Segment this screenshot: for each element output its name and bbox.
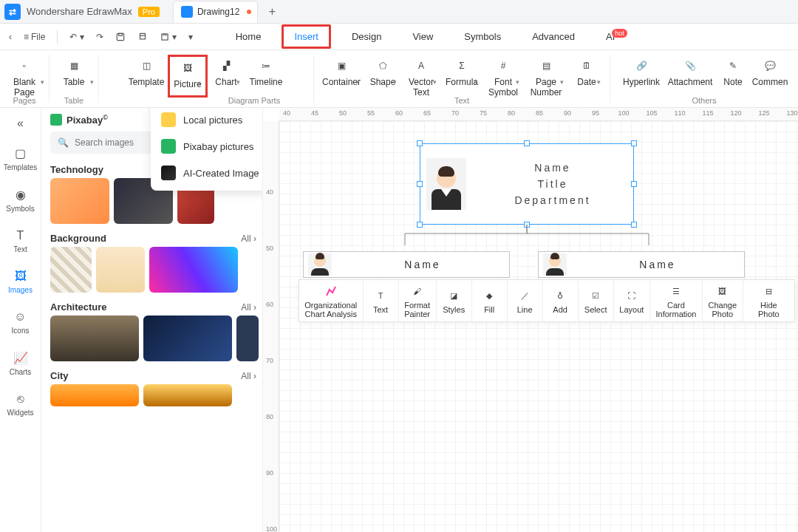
attachment-button[interactable]: 📎Attachment <box>664 55 716 87</box>
picture-icon: 🖼 <box>180 60 196 76</box>
export-button[interactable]: ▾ <box>157 30 180 44</box>
thumb[interactable] <box>143 316 232 361</box>
ctx-org-analysis[interactable]: Organizational Chart Analysis <box>299 280 364 321</box>
group-others: Others <box>692 96 716 106</box>
document-tab[interactable]: Drawing12 <box>173 1 258 23</box>
doc-icon <box>181 6 193 18</box>
save-button[interactable] <box>112 30 129 44</box>
timeline-button[interactable]: ≔Timeline <box>245 55 287 87</box>
cat-architecture: Architecture <box>50 301 107 313</box>
blank-page-button[interactable]: ▫Blank Page▾ <box>0 55 49 98</box>
org-node[interactable]: Name <box>538 251 745 278</box>
vertical-sidebar: « ▢Templates ◉Symbols TText 🖼Images ☺Ico… <box>0 108 41 532</box>
ctx-select[interactable]: ☑Select <box>579 280 614 321</box>
shape-icon: ⬠ <box>375 58 391 74</box>
all-link[interactable]: All › <box>241 302 256 313</box>
svg-rect-2 <box>140 35 145 39</box>
dd-pixabay-pictures[interactable]: Pixabay pictures <box>151 133 263 160</box>
page-number-button[interactable]: ▤Page Number▾ <box>524 55 568 98</box>
all-link[interactable]: All › <box>241 371 256 381</box>
ctx-styles[interactable]: ◪Styles <box>437 280 472 321</box>
ctx-add[interactable]: ♁Add <box>543 280 579 321</box>
menu-insert[interactable]: Insert <box>282 24 331 49</box>
cat-technology: Technology <box>50 164 103 175</box>
pixabay-icon <box>50 114 62 126</box>
ctx-card-info[interactable]: ☰Card Information <box>650 280 703 321</box>
hamburger-icon[interactable]: ≡ File <box>21 30 48 44</box>
text-icon: T <box>374 289 387 302</box>
connector <box>390 225 686 254</box>
menu-symbols[interactable]: Symbols <box>454 27 511 47</box>
group-diagram: Diagram Parts <box>228 96 280 106</box>
sidebar-icons[interactable]: ☺Icons <box>0 307 41 338</box>
redo-button[interactable]: ↷ <box>93 30 106 44</box>
link-icon: 🔗 <box>633 58 649 74</box>
ctx-fill[interactable]: ◆Fill <box>472 280 508 321</box>
sidebar-symbols[interactable]: ◉Symbols <box>0 185 41 216</box>
thumb[interactable] <box>50 316 139 361</box>
org-node-selected[interactable]: Name Title Department <box>420 143 634 225</box>
hyperlink-button[interactable]: 🔗Hyperlink <box>618 55 664 87</box>
org-node[interactable]: Name <box>303 251 510 278</box>
images-icon: 🖼 <box>15 270 27 283</box>
picture-button[interactable]: 🖼Picture▾ <box>168 55 208 98</box>
font-symbol-button[interactable]: #Font Symbol▾ <box>482 55 524 98</box>
svg-rect-1 <box>118 33 122 35</box>
back-button[interactable]: ‹ <box>6 30 15 44</box>
menu-advanced[interactable]: Advanced <box>522 27 585 47</box>
shape-button[interactable]: ⬠Shape▾ <box>364 55 401 87</box>
table-button[interactable]: ▦Table▾ <box>50 55 98 87</box>
thumb[interactable] <box>50 247 92 293</box>
container-button[interactable]: ▣Container▾ <box>318 55 364 87</box>
canvas[interactable]: Name Title Department Name Name <box>279 121 798 532</box>
analysis-icon <box>324 284 338 298</box>
template-button[interactable]: ◫Template <box>125 55 168 87</box>
thumb[interactable] <box>143 384 232 406</box>
sidebar-charts[interactable]: 📈Charts <box>0 348 41 379</box>
tab-label: Drawing12 <box>197 7 239 17</box>
dd-local-pictures[interactable]: Local pictures <box>151 108 263 133</box>
undo-button[interactable]: ↶ ▾ <box>66 30 86 44</box>
sidebar-text[interactable]: TText <box>0 226 41 256</box>
ctx-line[interactable]: ／Line <box>508 280 543 321</box>
collapse-button[interactable]: « <box>0 114 41 133</box>
sidebar-widgets[interactable]: ⎋Widgets <box>0 389 41 420</box>
thumb[interactable] <box>236 316 259 361</box>
panel-title: Pixabay© <box>66 114 108 126</box>
sidebar-images[interactable]: 🖼Images <box>0 267 41 297</box>
all-link[interactable]: All › <box>241 233 256 244</box>
ctx-format-painter[interactable]: 🖌Format Painter <box>399 280 437 321</box>
ctx-layout[interactable]: ⛶Layout <box>614 280 650 321</box>
file-label: File <box>31 32 45 42</box>
thumb[interactable] <box>50 384 139 406</box>
ctx-hide-photo[interactable]: ⊟Hide Photo <box>743 280 794 321</box>
more-button[interactable]: ▾ <box>185 30 196 44</box>
dd-ai-image[interactable]: AI-Created Image <box>151 160 263 186</box>
menu-ai[interactable]: AIhot <box>596 27 641 47</box>
menu-design[interactable]: Design <box>341 27 392 47</box>
styles-icon: ◪ <box>447 289 460 302</box>
new-tab-button[interactable]: + <box>262 2 282 21</box>
menu-view[interactable]: View <box>402 27 443 47</box>
symbols-icon: ◉ <box>16 188 26 202</box>
menu-home[interactable]: Home <box>225 27 272 47</box>
vector-text-button[interactable]: AVector Text▾ <box>401 55 441 98</box>
print-button[interactable] <box>134 30 151 44</box>
group-table: Table <box>64 96 83 106</box>
ctx-change-photo[interactable]: 🖼Change Photo <box>703 280 743 321</box>
add-icon: ♁ <box>553 289 567 302</box>
charts-icon: 📈 <box>13 351 28 365</box>
chart-button[interactable]: ▞Chart▾ <box>208 55 245 87</box>
text-icon: T <box>17 229 24 242</box>
sidebar-templates[interactable]: ▢Templates <box>0 143 41 174</box>
date-button[interactable]: 🗓Date▾ <box>568 55 605 87</box>
formula-button[interactable]: ΣFormula▾ <box>441 55 482 87</box>
note-button[interactable]: ✎Note <box>716 55 750 87</box>
widgets-icon: ⎋ <box>17 392 24 406</box>
comment-button[interactable]: 💬Commen <box>750 55 790 87</box>
thumb[interactable] <box>96 247 145 293</box>
ai-icon <box>161 166 176 180</box>
ctx-text[interactable]: TText <box>364 280 399 321</box>
thumb[interactable] <box>149 247 238 293</box>
thumb[interactable] <box>50 178 109 224</box>
